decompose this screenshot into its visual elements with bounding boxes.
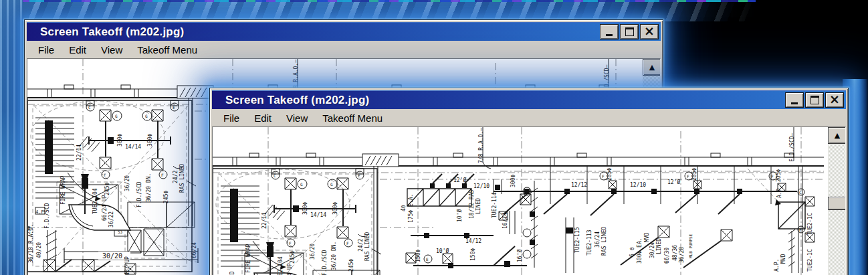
minimize-icon [606,34,613,36]
menu-view[interactable]: View [279,111,315,125]
desktop: { "windows": { "back": { "title": "Scree… [0,0,868,275]
minimize-button[interactable] [600,24,619,39]
maximize-button[interactable] [620,24,639,39]
window-front: Screen Takeoff (m202.jpg) × File Edit Vi… [209,88,849,275]
titlebar[interactable]: Screen Takeoff (m202.jpg) × [27,22,661,41]
scroll-up-icon: ▲ [835,131,840,140]
menu-edit[interactable]: Edit [247,111,279,125]
desktop-glitch-strip [0,0,756,2]
window-title: Screen Takeoff (m202.jpg) [40,25,184,39]
menu-edit[interactable]: Edit [62,43,94,57]
desktop-glow-top [0,0,756,21]
maximize-icon [810,96,819,104]
minimize-icon [791,102,798,104]
plan-canvas[interactable] [213,127,828,275]
window-content: ▲ [212,126,846,275]
titlebar[interactable]: Screen Takeoff (m202.jpg) × [212,90,846,109]
menu-file[interactable]: File [216,111,247,125]
scroll-up-button[interactable]: ▲ [828,127,846,144]
maximize-icon [625,27,634,36]
menu-takeoff[interactable]: Takeoff Menu [315,111,390,125]
minimize-button[interactable] [785,92,804,108]
close-button[interactable]: × [825,92,844,108]
window-controls: × [785,92,844,108]
scroll-up-button[interactable]: ▲ [643,59,661,76]
scrollbar-thumb[interactable] [828,197,846,210]
vertical-scrollbar[interactable]: ▲ [828,127,845,275]
menubar: File Edit View Takeoff Menu [27,41,661,58]
menubar: File Edit View Takeoff Menu [212,109,846,126]
scroll-up-icon: ▲ [649,63,655,72]
window-title: Screen Takeoff (m202.jpg) [225,94,369,107]
window-controls: × [600,24,659,39]
menu-file[interactable]: File [31,43,62,57]
menu-view[interactable]: View [94,43,130,57]
maximize-button[interactable] [805,92,824,108]
close-icon: × [829,93,840,106]
floor-plan-drawing [213,127,824,275]
close-icon: × [644,25,655,37]
close-button[interactable]: × [640,24,659,39]
desktop-glow-left [0,0,23,275]
menu-takeoff[interactable]: Takeoff Menu [130,43,205,57]
